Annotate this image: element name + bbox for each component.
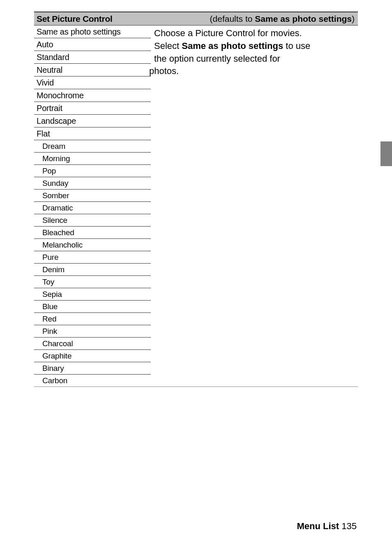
option-item[interactable]: Neutral	[34, 64, 151, 76]
option-item[interactable]: Blue	[34, 301, 151, 313]
option-item[interactable]: Standard	[34, 51, 151, 64]
option-item[interactable]: Red	[34, 313, 151, 325]
option-item[interactable]: Somber	[34, 190, 151, 202]
page-footer: Menu List 135	[297, 521, 357, 532]
option-item[interactable]: Pop	[34, 165, 151, 177]
desc-line4: photos.	[149, 66, 179, 76]
option-item[interactable]: Auto	[34, 38, 151, 51]
desc-line3: the option currently selected for	[154, 53, 280, 64]
footer-page-number: 135	[341, 521, 357, 531]
option-item[interactable]: Denim	[34, 264, 151, 276]
option-item[interactable]: Graphite	[34, 350, 151, 362]
option-item[interactable]: Pure	[34, 251, 151, 264]
default-value: Same as photo settings	[255, 14, 352, 23]
page-content: Set Picture Control (defaults to Same as…	[0, 0, 392, 553]
default-prefix: (defaults to	[210, 14, 255, 23]
option-item[interactable]: Vivid	[34, 76, 151, 89]
option-item[interactable]: Toy	[34, 276, 151, 288]
desc-line2-bold: Same as photo settings	[182, 41, 283, 51]
desc-line1: Choose a Picture Control for movies.	[154, 28, 302, 38]
default-value-label: (defaults to Same as photo settings)	[210, 14, 358, 24]
option-item[interactable]: Bleached	[34, 227, 151, 239]
option-item[interactable]: Landscape	[34, 115, 151, 127]
side-tab-marker	[380, 141, 392, 166]
section-header: Set Picture Control (defaults to Same as…	[34, 12, 358, 25]
option-item[interactable]: Sepia	[34, 288, 151, 301]
option-item[interactable]: Portrait	[34, 102, 151, 115]
section-title: Set Picture Control	[34, 14, 210, 24]
option-item[interactable]: Binary	[34, 362, 151, 375]
option-item[interactable]: Dramatic	[34, 202, 151, 214]
options-list: Same as photo settingsAutoStandardNeutra…	[34, 25, 151, 387]
option-item[interactable]: Dream	[34, 140, 151, 153]
content-area: Same as photo settingsAutoStandardNeutra…	[34, 25, 358, 387]
option-item[interactable]: Monochrome	[34, 89, 151, 102]
description-text: Choose a Picture Control for movies. Sel…	[151, 25, 358, 387]
option-item[interactable]: Charcoal	[34, 338, 151, 350]
option-item[interactable]: Sunday	[34, 177, 151, 190]
option-item[interactable]: Melancholic	[34, 239, 151, 251]
option-item[interactable]: Morning	[34, 153, 151, 165]
desc-line2a: Select	[154, 41, 182, 51]
option-item[interactable]: Pink	[34, 325, 151, 338]
option-item[interactable]: Same as photo settings	[34, 25, 151, 38]
option-item[interactable]: Flat	[34, 127, 151, 140]
option-item[interactable]: Silence	[34, 214, 151, 227]
desc-line2c: to use	[283, 41, 310, 51]
default-suffix: )	[352, 14, 355, 23]
footer-section: Menu List	[297, 521, 339, 531]
